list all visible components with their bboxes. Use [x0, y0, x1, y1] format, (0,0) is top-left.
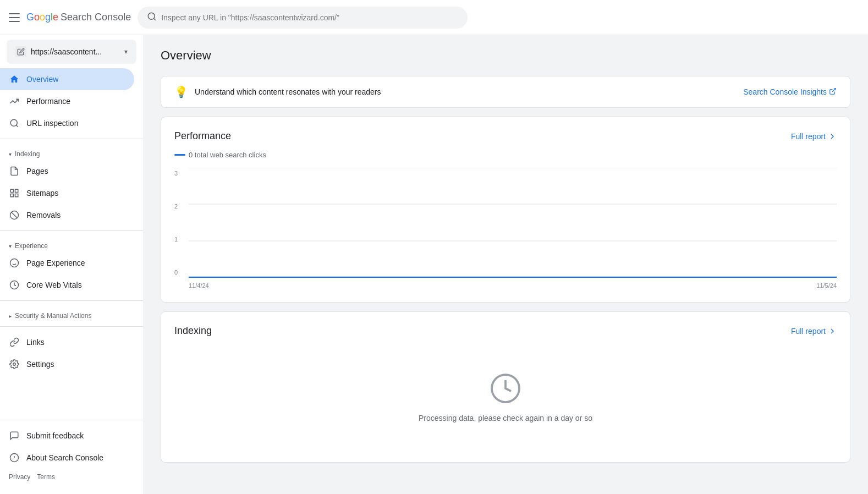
indexing-full-report-link[interactable]: Full report — [791, 327, 837, 336]
experience-section-label: Experience — [15, 242, 48, 250]
security-section-label: Security & Manual Actions — [15, 312, 91, 320]
sidebar-item-performance[interactable]: Performance — [0, 90, 134, 112]
divider-3 — [0, 300, 143, 301]
sidebar: https://saascontent... ▾ Overview Perfor… — [0, 35, 143, 494]
sidebar-item-sitemaps[interactable]: Sitemaps — [0, 182, 134, 204]
svg-point-13 — [13, 363, 16, 366]
page-title: Overview — [161, 48, 850, 63]
svg-line-9 — [12, 212, 18, 218]
search-icon — [147, 12, 157, 24]
sidebar-item-overview[interactable]: Overview — [0, 68, 134, 90]
indexing-section-title[interactable]: ▾ Indexing — [0, 144, 143, 160]
y-label-3: 3 — [174, 170, 184, 177]
sidebar-item-url-inspection[interactable]: URL inspection — [0, 112, 134, 134]
page-exp-icon — [9, 257, 20, 268]
settings-icon — [9, 359, 20, 370]
sidebar-item-removals[interactable]: Removals — [0, 204, 134, 226]
insight-link-text: Search Console Insights — [743, 87, 827, 96]
search-console-insights-link[interactable]: Search Console Insights — [743, 87, 837, 97]
submit-feedback-label: Submit feedback — [26, 431, 84, 440]
security-chevron: ▸ — [9, 313, 12, 319]
clock-icon — [489, 372, 522, 405]
svg-line-1 — [154, 18, 156, 20]
performance-label: Performance — [26, 97, 70, 106]
indexing-card-header: Indexing Full report — [174, 325, 837, 337]
sidebar-item-links[interactable]: Links — [0, 331, 134, 353]
y-label-2: 2 — [174, 203, 184, 210]
sitemaps-icon — [9, 188, 20, 199]
about-icon — [9, 452, 20, 463]
sidebar-item-core-web-vitals[interactable]: Core Web Vitals — [0, 274, 134, 296]
links-icon — [9, 337, 20, 348]
y-label-1: 1 — [174, 236, 184, 243]
sidebar-item-submit-feedback[interactable]: Submit feedback — [0, 425, 134, 447]
performance-card-title: Performance — [174, 130, 231, 142]
security-section-title[interactable]: ▸ Security & Manual Actions — [0, 305, 143, 322]
chart-x-axis: 11/4/24 11/5/24 — [189, 282, 837, 289]
divider-2 — [0, 230, 143, 231]
sidebar-item-page-experience[interactable]: Page Experience — [0, 252, 134, 274]
indexing-loading: Processing data, please check again in a… — [174, 345, 837, 449]
url-inspection-label: URL inspection — [26, 119, 78, 128]
chart-svg — [189, 168, 837, 278]
app-layout: https://saascontent... ▾ Overview Perfor… — [0, 35, 868, 494]
gauge-icon — [9, 279, 20, 290]
external-link-icon — [829, 87, 837, 97]
privacy-link[interactable]: Privacy — [9, 473, 30, 481]
page-experience-label: Page Experience — [26, 259, 85, 267]
experience-chevron: ▾ — [9, 243, 12, 249]
site-icon — [15, 46, 26, 57]
overview-label: Overview — [26, 75, 58, 84]
about-label: About Search Console — [26, 453, 103, 462]
url-search-icon — [9, 118, 20, 129]
removals-icon — [9, 210, 20, 221]
svg-rect-7 — [10, 194, 13, 197]
search-input[interactable] — [161, 13, 458, 22]
settings-label: Settings — [26, 360, 54, 369]
sitemaps-label: Sitemaps — [26, 189, 58, 197]
chart-area: 11/4/24 11/5/24 — [189, 168, 837, 289]
indexing-section-label: Indexing — [15, 150, 40, 158]
loading-text: Processing data, please check again in a… — [419, 414, 592, 422]
experience-section-title[interactable]: ▾ Experience — [0, 235, 143, 252]
performance-full-report-link[interactable]: Full report — [791, 132, 837, 141]
insight-banner: 💡 Understand which content resonates wit… — [161, 76, 850, 108]
x-label-end: 11/5/24 — [816, 282, 837, 289]
svg-rect-6 — [15, 194, 18, 197]
svg-point-10 — [10, 259, 19, 267]
site-url-label: https://saascontent... — [31, 47, 120, 56]
svg-point-2 — [10, 119, 17, 126]
core-web-vitals-label: Core Web Vitals — [26, 281, 82, 289]
topbar: Google Search Console — [0, 0, 868, 35]
insight-text: Understand which content resonates with … — [195, 87, 737, 96]
svg-point-0 — [148, 13, 155, 19]
lightbulb-icon: 💡 — [174, 85, 188, 98]
divider-1 — [0, 139, 143, 139]
sidebar-item-about[interactable]: About Search Console — [0, 447, 134, 469]
feedback-icon — [9, 430, 20, 441]
performance-card-header: Performance Full report — [174, 130, 837, 142]
y-label-0: 0 — [174, 269, 184, 276]
home-icon — [9, 74, 20, 85]
main-content: Overview 💡 Understand which content reso… — [143, 35, 868, 494]
sidebar-item-settings[interactable]: Settings — [0, 353, 134, 375]
divider-4 — [0, 326, 143, 327]
links-label: Links — [26, 338, 45, 347]
terms-link[interactable]: Terms — [37, 473, 55, 481]
legend-text: 0 total web search clicks — [189, 151, 266, 159]
sidebar-item-pages[interactable]: Pages — [0, 160, 134, 182]
indexing-card: Indexing Full report Processing data, pl… — [161, 311, 850, 463]
pages-icon — [9, 166, 20, 177]
chart-y-axis: 0 1 2 3 — [174, 168, 184, 278]
footer-links: Privacy Terms — [0, 469, 143, 485]
svg-rect-4 — [10, 189, 13, 192]
removals-label: Removals — [26, 211, 61, 219]
url-search-bar[interactable] — [138, 7, 468, 29]
svg-line-17 — [832, 88, 836, 91]
dropdown-icon: ▾ — [124, 48, 128, 56]
menu-button[interactable] — [9, 13, 20, 22]
site-selector[interactable]: https://saascontent... ▾ — [7, 40, 136, 64]
legend-line — [174, 154, 185, 156]
google-logo: Google Search Console — [26, 12, 131, 23]
divider-5 — [0, 420, 143, 420]
